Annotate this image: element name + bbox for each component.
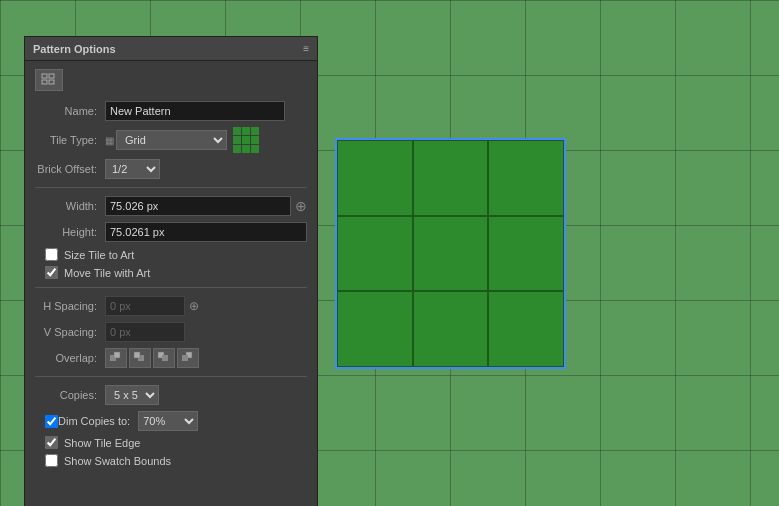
tile-cell <box>488 216 564 292</box>
size-tile-checkbox[interactable] <box>45 248 58 261</box>
tile-type-select[interactable]: Grid Brick by Row Brick by Column Hex by… <box>116 130 227 150</box>
svg-rect-2 <box>42 80 47 84</box>
link-icon: ⊕ <box>295 198 307 214</box>
brick-offset-row: Brick Offset: 1/2 1/3 1/4 <box>35 159 307 179</box>
h-spacing-input[interactable] <box>105 296 185 316</box>
svg-rect-7 <box>134 352 140 358</box>
tile-type-select-wrapper: ▦ Grid Brick by Row Brick by Column Hex … <box>105 130 227 150</box>
tile-cell <box>488 140 564 216</box>
divider-1 <box>35 187 307 188</box>
overlap-btn-tl[interactable] <box>105 348 127 368</box>
tile-cell <box>488 291 564 367</box>
overlap-btn-br[interactable] <box>177 348 199 368</box>
tile-cell <box>413 291 489 367</box>
svg-rect-3 <box>49 80 54 84</box>
width-label: Width: <box>35 200 105 212</box>
menu-icon[interactable]: ≡ <box>303 43 309 54</box>
svg-rect-5 <box>114 352 120 358</box>
panel-titlebar: Pattern Options ≡ <box>25 37 317 61</box>
brick-offset-select[interactable]: 1/2 1/3 1/4 <box>105 159 160 179</box>
move-tile-label: Move Tile with Art <box>64 267 150 279</box>
width-input[interactable] <box>105 196 291 216</box>
show-tile-edge-checkbox[interactable] <box>45 436 58 449</box>
pattern-options-panel: Pattern Options ≡ Name: Tile Type: <box>24 36 318 506</box>
overlap-label: Overlap: <box>35 352 105 364</box>
svg-rect-11 <box>182 355 188 361</box>
show-tile-edge-label: Show Tile Edge <box>64 437 140 449</box>
overlap-btn-bl[interactable] <box>153 348 175 368</box>
show-swatch-bounds-checkbox[interactable] <box>45 454 58 467</box>
h-spacing-label: H Spacing: <box>35 300 105 312</box>
tile-type-row: Tile Type: ▦ Grid Brick by Row Brick by … <box>35 127 307 153</box>
svg-rect-1 <box>49 74 54 78</box>
panel-body: Name: Tile Type: ▦ Grid Brick by Row Bri… <box>25 61 317 480</box>
tile-type-label: Tile Type: <box>35 134 105 146</box>
tile-cell <box>413 216 489 292</box>
tile-cell <box>337 291 413 367</box>
copies-label: Copies: <box>35 389 105 401</box>
dim-copies-checkbox[interactable] <box>45 415 58 428</box>
name-input[interactable] <box>105 101 285 121</box>
overlap-btn-tr[interactable] <box>129 348 151 368</box>
h-spacing-row: H Spacing: ⊕ <box>35 296 307 316</box>
show-swatch-bounds-label: Show Swatch Bounds <box>64 455 171 467</box>
v-spacing-input[interactable] <box>105 322 185 342</box>
height-row: Height: <box>35 222 307 242</box>
v-spacing-row: V Spacing: <box>35 322 307 342</box>
tile-grid <box>337 140 564 367</box>
move-tile-checkbox[interactable] <box>45 266 58 279</box>
copies-row: Copies: 5 x 5 3 x 3 7 x 7 <box>35 385 307 405</box>
dim-copies-label: Dim Copies to: <box>58 415 130 427</box>
dim-copies-row: Dim Copies to: 70% 50% 30% <box>35 411 307 431</box>
divider-2 <box>35 287 307 288</box>
panel-title-icons: ≡ <box>303 43 309 54</box>
divider-3 <box>35 376 307 377</box>
name-label: Name: <box>35 105 105 117</box>
svg-rect-0 <box>42 74 47 78</box>
overlap-row: Overlap: <box>35 348 307 368</box>
svg-rect-9 <box>162 355 168 361</box>
tile-cell <box>337 140 413 216</box>
show-tile-edge-row: Show Tile Edge <box>35 436 307 449</box>
show-swatch-bounds-row: Show Swatch Bounds <box>35 454 307 467</box>
copies-select[interactable]: 5 x 5 3 x 3 7 x 7 <box>105 385 159 405</box>
panel-title: Pattern Options <box>33 43 116 55</box>
name-row: Name: <box>35 101 307 121</box>
tile-cell <box>413 140 489 216</box>
center-tile <box>335 138 566 369</box>
v-spacing-label: V Spacing: <box>35 326 105 338</box>
width-row: Width: ⊕ <box>35 196 307 216</box>
size-tile-label: Size Tile to Art <box>64 249 134 261</box>
brick-offset-label: Brick Offset: <box>35 163 105 175</box>
dim-copies-select[interactable]: 70% 50% 30% <box>138 411 198 431</box>
spacing-link-icon: ⊕ <box>189 299 199 313</box>
grid-preview <box>233 127 259 153</box>
tile-cell <box>337 216 413 292</box>
grid-small-icon: ▦ <box>105 135 114 146</box>
icon-btn-row <box>35 69 307 91</box>
height-label: Height: <box>35 226 105 238</box>
size-tile-row: Size Tile to Art <box>35 248 307 261</box>
height-input[interactable] <box>105 222 307 242</box>
pattern-icon-button[interactable] <box>35 69 63 91</box>
move-tile-row: Move Tile with Art <box>35 266 307 279</box>
